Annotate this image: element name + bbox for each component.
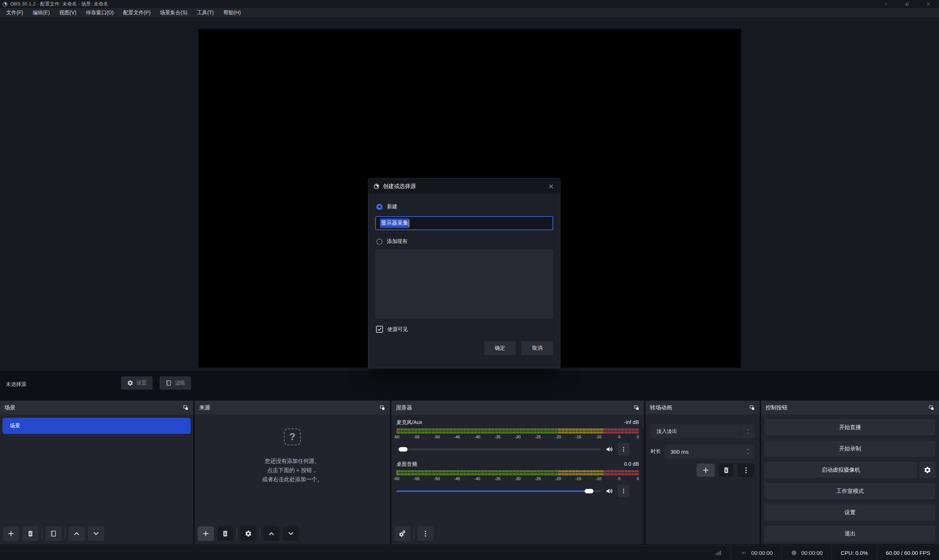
toolbar-divider bbox=[65, 528, 65, 539]
add-transition-button[interactable] bbox=[697, 464, 715, 477]
dots-icon bbox=[621, 488, 626, 494]
filter-icon bbox=[165, 380, 172, 386]
source-name-input[interactable]: 显示器采集 bbox=[375, 216, 553, 230]
chevron-down-icon bbox=[746, 452, 751, 455]
fps-indicator: 60.00 / 60.00 FPS bbox=[877, 550, 939, 556]
volume-slider[interactable] bbox=[396, 444, 601, 455]
scene-filters-button[interactable] bbox=[45, 526, 62, 541]
transition-properties-button[interactable] bbox=[738, 464, 754, 477]
studio-mode-button[interactable]: 工作室模式 bbox=[765, 483, 935, 499]
source-move-down-button[interactable] bbox=[283, 526, 299, 541]
popout-icon[interactable] bbox=[634, 405, 640, 411]
make-visible-row[interactable]: 使源可见 bbox=[376, 326, 553, 333]
speaker-icon[interactable] bbox=[605, 487, 614, 495]
sources-empty-state: ? 您还没有添加任何源。 点击下面的 + 按钮， 或者右击此处添加一个。 bbox=[195, 428, 390, 484]
remove-transition-button[interactable] bbox=[719, 464, 734, 477]
record-timer: 00:00:00 bbox=[782, 549, 831, 556]
source-properties-toolbar-button[interactable] bbox=[240, 526, 256, 541]
scene-move-down-button[interactable] bbox=[88, 526, 104, 541]
transition-select-arrows[interactable] bbox=[740, 425, 754, 438]
scenes-dock-header[interactable]: 场景 bbox=[0, 401, 193, 414]
mixer-channel-desktop: 桌面音频 0.0 dB -60-55-50-45-40-35-30-25-20-… bbox=[396, 461, 639, 497]
volume-slider[interactable] bbox=[396, 486, 601, 497]
source-filters-button[interactable]: 滤镜 bbox=[160, 376, 191, 389]
mixer-dock-header[interactable]: 混音器 bbox=[392, 401, 644, 414]
channel-menu-button[interactable] bbox=[618, 443, 629, 455]
dialog-title: 创建或选择源 bbox=[383, 183, 547, 190]
empty-text-line: 或者右击此处添加一个。 bbox=[262, 475, 323, 484]
radio-unselected-icon[interactable] bbox=[376, 238, 382, 245]
question-icon: ? bbox=[284, 428, 301, 445]
remove-source-button[interactable] bbox=[217, 526, 233, 541]
ok-button[interactable]: 确定 bbox=[484, 341, 516, 355]
window-controls bbox=[875, 0, 939, 8]
exit-button[interactable]: 退出 bbox=[765, 526, 935, 542]
source-move-up-button[interactable] bbox=[264, 526, 279, 541]
mixer-dock-title: 混音器 bbox=[396, 404, 412, 411]
close-button[interactable] bbox=[918, 0, 939, 8]
dialog-close-button[interactable] bbox=[547, 182, 555, 190]
speaker-icon[interactable] bbox=[605, 445, 614, 454]
checkbox-checked-icon[interactable] bbox=[376, 326, 383, 333]
sources-dock-header[interactable]: 来源 bbox=[195, 401, 390, 414]
dots-icon bbox=[621, 446, 626, 452]
record-dot-icon bbox=[791, 549, 797, 556]
menu-view[interactable]: 视图(V) bbox=[55, 8, 82, 17]
remove-scene-button[interactable] bbox=[22, 526, 39, 541]
cancel-button[interactable]: 取消 bbox=[521, 341, 553, 355]
virtual-camera-settings-button[interactable] bbox=[919, 462, 935, 478]
slider-handle[interactable] bbox=[399, 447, 407, 452]
popout-icon[interactable] bbox=[928, 405, 934, 411]
menu-profile[interactable]: 配置文件(P) bbox=[119, 8, 156, 17]
popout-icon[interactable] bbox=[749, 405, 755, 411]
dialog-titlebar[interactable]: 创建或选择源 bbox=[368, 178, 560, 194]
toolbar-divider bbox=[414, 528, 414, 539]
scene-move-up-button[interactable] bbox=[69, 526, 85, 541]
transitions-dock-header[interactable]: 转场动画 bbox=[646, 401, 760, 414]
menu-help[interactable]: 帮助(H) bbox=[219, 8, 245, 17]
mixer-menu-button[interactable] bbox=[418, 526, 433, 541]
toolbar-divider bbox=[260, 528, 260, 539]
menu-edit[interactable]: 编辑(E) bbox=[28, 8, 55, 17]
menu-scene-collection[interactable]: 场景集合(S) bbox=[155, 8, 192, 17]
minimize-button[interactable] bbox=[875, 0, 896, 8]
duration-spinbox[interactable]: 300 ms bbox=[665, 445, 754, 458]
make-visible-label: 使源可见 bbox=[387, 326, 408, 333]
cpu-usage: CPU: 0.0% bbox=[832, 550, 877, 556]
duration-spin-arrows[interactable] bbox=[741, 448, 754, 455]
sources-dock: 来源 ? 您还没有添加任何源。 点击下面的 + 按钮， 或者右击此处添加一个。 bbox=[195, 401, 390, 544]
controls-dock-header[interactable]: 控制按钮 bbox=[761, 401, 939, 414]
start-streaming-button[interactable]: 开始直播 bbox=[765, 419, 935, 435]
menu-docks[interactable]: 停靠窗口(D) bbox=[81, 8, 118, 17]
transitions-dock-title: 转场动画 bbox=[650, 404, 672, 411]
transition-select[interactable]: 淡入淡出 bbox=[651, 425, 754, 438]
existing-sources-list[interactable] bbox=[375, 249, 553, 319]
popout-icon[interactable] bbox=[183, 405, 189, 411]
add-source-button[interactable] bbox=[198, 526, 214, 541]
window-title: OBS 30.1.2 - 配置文件: 未命名 - 场景: 未命名 bbox=[10, 1, 108, 7]
add-existing-radio-row[interactable]: 添加现有 bbox=[376, 238, 553, 245]
source-properties-button[interactable]: 设置 bbox=[121, 376, 153, 389]
radio-selected-icon[interactable] bbox=[376, 204, 382, 210]
scenes-dock: 场景 场景 bbox=[0, 401, 193, 544]
channel-menu-button[interactable] bbox=[618, 485, 629, 497]
create-new-radio-row[interactable]: 新建 bbox=[376, 203, 553, 210]
popout-icon[interactable] bbox=[379, 405, 385, 411]
menu-file[interactable]: 文件(F) bbox=[2, 8, 28, 17]
slider-handle[interactable] bbox=[585, 489, 594, 493]
add-scene-button[interactable] bbox=[3, 526, 19, 541]
restore-button[interactable] bbox=[896, 0, 918, 8]
menu-tools[interactable]: 工具(T) bbox=[192, 8, 219, 17]
transition-selected-value: 淡入淡出 bbox=[651, 428, 740, 435]
start-virtual-camera-button[interactable]: 启动虚拟摄像机 bbox=[765, 462, 917, 478]
settings-button[interactable]: 设置 bbox=[765, 504, 935, 520]
channel-level: 0.0 dB bbox=[624, 461, 639, 468]
dialog-actions: 确定 取消 bbox=[375, 341, 553, 355]
start-recording-button[interactable]: 开始录制 bbox=[765, 440, 935, 457]
chevron-down-icon bbox=[93, 530, 100, 537]
scene-list-item[interactable]: 场景 bbox=[3, 418, 191, 434]
gear-icon bbox=[924, 466, 931, 474]
close-icon bbox=[548, 184, 554, 189]
advanced-audio-button[interactable] bbox=[394, 526, 410, 541]
mixer-scrollbar[interactable] bbox=[641, 428, 644, 544]
